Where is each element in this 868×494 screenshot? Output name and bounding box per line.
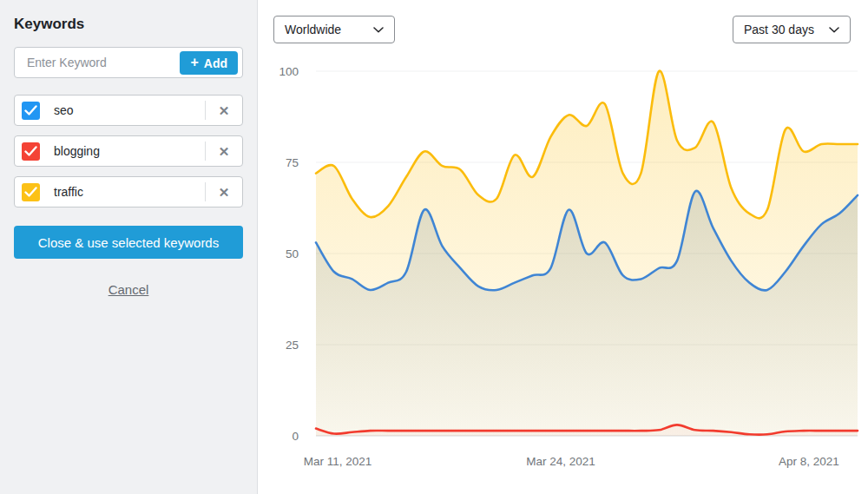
keyword-label: blogging — [54, 144, 205, 158]
keyword-trends-modal: Keywords + Add seo ✕ — [0, 0, 868, 494]
remove-keyword-button[interactable]: ✕ — [211, 142, 237, 161]
close-icon: ✕ — [219, 144, 230, 159]
check-icon — [24, 105, 37, 116]
keyword-checkbox[interactable] — [22, 142, 40, 161]
keyword-row-seo: seo ✕ — [14, 95, 243, 126]
y-axis-tick-label: 0 — [292, 430, 299, 443]
keyword-checkbox[interactable] — [22, 102, 40, 120]
y-axis-tick-label: 75 — [286, 156, 299, 169]
keyword-row-blogging: blogging ✕ — [14, 135, 243, 167]
date-range-select-value: Past 30 days — [744, 23, 814, 36]
x-axis-tick-label: Apr 8, 2021 — [779, 455, 839, 468]
trends-panel: 0255075100Mar 11, 2021Mar 24, 2021Apr 8,… — [259, 0, 868, 494]
x-axis-tick-label: Mar 11, 2021 — [304, 455, 372, 468]
region-select-value: Worldwide — [285, 23, 341, 36]
check-icon — [24, 187, 37, 198]
chevron-down-icon — [373, 27, 384, 33]
keyword-input-row: + Add — [14, 47, 243, 78]
plus-icon: + — [190, 56, 198, 69]
keyword-row-traffic: traffic ✕ — [14, 176, 243, 207]
close-icon: ✕ — [219, 185, 230, 200]
y-axis-tick-label: 50 — [286, 247, 299, 260]
trends-chart: 0255075100Mar 11, 2021Mar 24, 2021Apr 8,… — [259, 0, 868, 494]
divider — [205, 142, 206, 161]
check-icon — [24, 146, 37, 157]
keyword-label: traffic — [54, 185, 205, 199]
cancel-link[interactable]: Cancel — [14, 282, 243, 297]
region-select[interactable]: Worldwide — [273, 16, 395, 43]
remove-keyword-button[interactable]: ✕ — [211, 101, 237, 121]
close-icon: ✕ — [219, 103, 230, 118]
divider — [205, 101, 206, 120]
add-button-label: Add — [204, 56, 227, 70]
apply-keywords-button[interactable]: Close & use selected keywords — [14, 226, 243, 259]
sidebar-title: Keywords — [14, 16, 243, 33]
date-range-select[interactable]: Past 30 days — [733, 16, 851, 43]
keywords-sidebar: Keywords + Add seo ✕ — [0, 0, 258, 494]
chevron-down-icon — [829, 27, 839, 33]
divider — [205, 182, 206, 201]
y-axis-tick-label: 100 — [279, 65, 299, 78]
keyword-checkbox[interactable] — [22, 183, 40, 201]
add-keyword-button[interactable]: + Add — [180, 51, 238, 75]
remove-keyword-button[interactable]: ✕ — [211, 182, 237, 202]
x-axis-tick-label: Mar 24, 2021 — [526, 455, 595, 468]
y-axis-tick-label: 25 — [286, 339, 299, 352]
keyword-label: seo — [54, 103, 205, 117]
